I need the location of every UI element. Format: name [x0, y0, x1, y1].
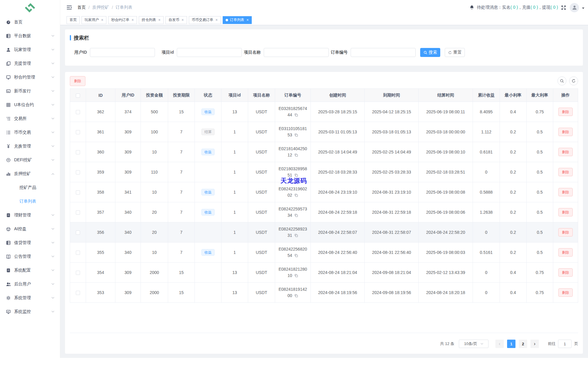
- reset-button[interactable]: 重置: [445, 48, 465, 57]
- sidebar-subitem-订单列表[interactable]: 订单列表: [0, 195, 60, 208]
- page-button-1[interactable]: 1: [507, 340, 515, 348]
- prev-page-button[interactable]: ‹: [495, 340, 504, 348]
- page-button-2[interactable]: 2: [519, 340, 527, 348]
- row-delete-button[interactable]: 删除: [558, 288, 573, 297]
- sidebar-item-质押挖矿[interactable]: 质押挖矿: [0, 167, 60, 181]
- row-checkbox[interactable]: [76, 251, 80, 255]
- copy-icon[interactable]: [294, 213, 298, 217]
- page-size-select[interactable]: 10条/页: [459, 340, 489, 348]
- table-refresh-icon[interactable]: [569, 76, 578, 85]
- select-all-checkbox[interactable]: [76, 94, 80, 98]
- search-button[interactable]: 搜索: [420, 48, 440, 57]
- row-checkbox[interactable]: [76, 190, 80, 195]
- cell-pname: USDT: [248, 182, 275, 202]
- sidebar-item-交易所[interactable]: 交易所: [0, 112, 60, 126]
- sidebar-item-AI控盘[interactable]: AI控盘: [0, 222, 60, 236]
- cell-profit: 0: [473, 283, 500, 303]
- copy-icon[interactable]: [294, 293, 298, 297]
- row-delete-button[interactable]: 删除: [558, 108, 573, 116]
- row-delete-button[interactable]: 删除: [558, 248, 573, 257]
- row-checkbox[interactable]: [76, 170, 80, 174]
- row-delete-button[interactable]: 删除: [558, 208, 573, 216]
- tab-close-icon[interactable]: ✕: [246, 18, 249, 22]
- bell-icon[interactable]: [469, 5, 474, 10]
- tab-币币交易订单[interactable]: 币币交易订单✕: [189, 16, 221, 24]
- sidebar-item-充提管理[interactable]: 充提管理: [0, 57, 60, 70]
- tab-close-icon[interactable]: ✕: [215, 18, 218, 22]
- user-menu-caret-icon[interactable]: [582, 7, 584, 10]
- copy-icon[interactable]: [294, 193, 298, 197]
- row-checkbox[interactable]: [76, 110, 80, 114]
- tab-close-icon[interactable]: ✕: [158, 18, 161, 22]
- row-checkbox[interactable]: [76, 130, 80, 134]
- column-header-操作: 操作: [553, 89, 578, 102]
- tab-玩家用户[interactable]: 玩家用户✕: [82, 16, 106, 24]
- copy-icon[interactable]: [294, 173, 298, 177]
- sidebar-item-首页[interactable]: 首页: [0, 15, 60, 29]
- row-delete-button[interactable]: 删除: [558, 168, 573, 176]
- row-checkbox-cell: [70, 142, 86, 162]
- tab-close-icon[interactable]: ✕: [131, 18, 134, 22]
- row-delete-button[interactable]: 删除: [558, 188, 573, 196]
- copy-icon[interactable]: [294, 153, 298, 156]
- tab-close-icon[interactable]: ✕: [101, 18, 103, 22]
- cell-min-rate: 0.2: [500, 222, 527, 243]
- field-input-项目id[interactable]: [177, 48, 242, 57]
- sidebar-item-玩家管理[interactable]: 玩家管理: [0, 43, 60, 57]
- copy-icon[interactable]: [294, 273, 298, 277]
- tab-持仓列表[interactable]: 持仓列表✕: [139, 16, 164, 24]
- field-input-项目名称[interactable]: [264, 48, 329, 57]
- sidebar-item-公告管理[interactable]: 公告管理: [0, 250, 60, 263]
- field-input-用户ID[interactable]: [90, 48, 155, 57]
- chevron-down-icon: [51, 34, 55, 38]
- sidebar-item-秒合约管理[interactable]: 秒合约管理: [0, 70, 60, 84]
- row-checkbox[interactable]: [76, 231, 80, 235]
- chevron-down-icon: [51, 61, 55, 66]
- sidebar-item-系统配置[interactable]: 系统配置: [0, 263, 60, 277]
- avatar[interactable]: [570, 3, 579, 12]
- row-delete-button[interactable]: 删除: [558, 268, 573, 277]
- tab-秒合约订单[interactable]: 秒合约订单✕: [108, 16, 137, 24]
- table-search-icon[interactable]: [557, 76, 566, 85]
- card-icon: [6, 89, 11, 94]
- sidebar-item-DEFI挖矿[interactable]: DEFI挖矿: [0, 153, 60, 167]
- tab-自发币[interactable]: 自发币✕: [165, 16, 187, 24]
- row-checkbox[interactable]: [76, 150, 80, 154]
- column-header-投资期限: 投资期限: [168, 89, 195, 102]
- sidebar-item-兑换管理[interactable]: 兑换管理: [0, 139, 60, 153]
- tab-label: 玩家用户: [85, 17, 99, 22]
- sidebar-item-系统监控[interactable]: 系统监控: [0, 305, 60, 319]
- next-page-button[interactable]: ›: [530, 340, 539, 348]
- row-delete-button[interactable]: 删除: [558, 148, 573, 156]
- bulk-delete-button[interactable]: 删除: [70, 76, 85, 86]
- copy-icon[interactable]: [294, 132, 298, 136]
- copy-icon[interactable]: [294, 233, 298, 237]
- copy-icon[interactable]: [294, 253, 298, 257]
- row-checkbox[interactable]: [76, 291, 80, 295]
- cell-status: 收益: [195, 182, 221, 202]
- breadcrumb-item[interactable]: 首页: [77, 5, 86, 10]
- sidebar-item-U本位合约[interactable]: U本位合约: [0, 98, 60, 112]
- goto-page-input[interactable]: [558, 340, 572, 348]
- copy-icon[interactable]: [294, 112, 298, 116]
- row-checkbox[interactable]: [76, 271, 80, 275]
- row-delete-button[interactable]: 删除: [558, 128, 573, 136]
- sidebar-item-平台数据[interactable]: 平台数据: [0, 29, 60, 43]
- tab-订单列表[interactable]: 订单列表✕: [223, 16, 252, 24]
- sidebar-item-币币交易[interactable]: 币币交易: [0, 126, 60, 139]
- sidebar-subitem-挖矿产品[interactable]: 挖矿产品: [0, 181, 60, 195]
- sidebar-item-理财管理[interactable]: 理财管理: [0, 208, 60, 222]
- field-input-订单编号[interactable]: [351, 48, 416, 57]
- sidebar-item-系统管理[interactable]: 系统管理: [0, 291, 60, 305]
- tab-close-icon[interactable]: ✕: [181, 18, 184, 22]
- sidebar-item-新币发行[interactable]: 新币发行: [0, 84, 60, 98]
- row-delete-button[interactable]: 删除: [558, 228, 573, 237]
- sidebar-collapse-icon[interactable]: [67, 5, 72, 10]
- sidebar-item-后台用户[interactable]: 后台用户: [0, 277, 60, 291]
- cell-min-rate: 0.2: [500, 182, 527, 202]
- watermark: 天龙源码: [281, 177, 307, 185]
- row-checkbox[interactable]: [76, 210, 80, 215]
- fullscreen-icon[interactable]: [561, 5, 566, 10]
- tab-首页[interactable]: 首页: [67, 16, 80, 24]
- sidebar-item-借贷管理[interactable]: 借贷管理: [0, 236, 60, 250]
